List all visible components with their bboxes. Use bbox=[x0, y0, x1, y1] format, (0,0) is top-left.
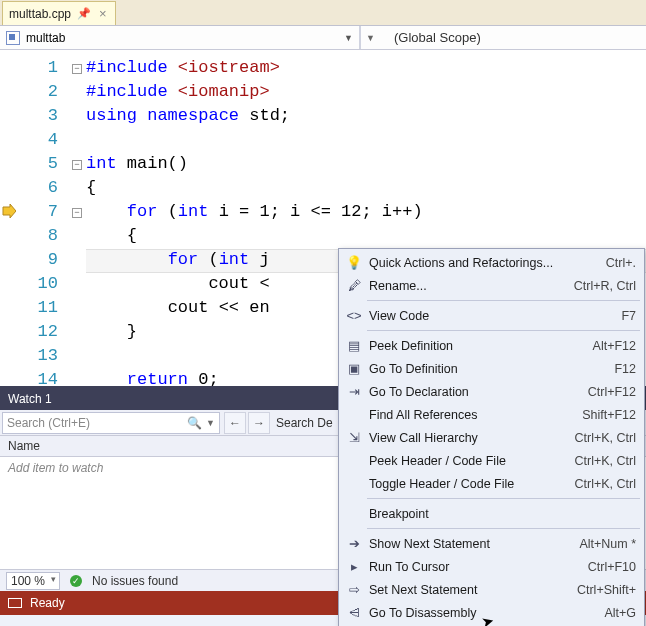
decl-icon: ⇥ bbox=[343, 384, 365, 399]
nav-forward-button[interactable]: → bbox=[248, 412, 270, 434]
menu-item[interactable]: Peek Header / Code FileCtrl+K, Ctrl bbox=[339, 449, 644, 472]
search-input[interactable]: Search (Ctrl+E) 🔍 ▼ bbox=[2, 412, 220, 434]
menu-item[interactable]: ➔Show Next StatementAlt+Num * bbox=[339, 532, 644, 555]
watch-empty-text: Add item to watch bbox=[8, 461, 103, 475]
menu-item-shortcut: Alt+Num * bbox=[579, 537, 636, 551]
menu-item-label: Run To Cursor bbox=[365, 560, 588, 574]
status-ok-icon: ✓ bbox=[70, 575, 82, 587]
menu-item-label: Set Next Statement bbox=[365, 583, 577, 597]
menu-separator bbox=[367, 498, 640, 499]
menu-item[interactable]: Find All ReferencesShift+F12 bbox=[339, 403, 644, 426]
dis-icon: ⩤ bbox=[343, 605, 365, 620]
menu-item[interactable]: ⇲View Call HierarchyCtrl+K, Ctrl bbox=[339, 426, 644, 449]
close-icon[interactable]: × bbox=[97, 6, 109, 21]
line-number-gutter: 1234567891011121314 bbox=[22, 50, 68, 386]
menu-item-label: Go To Declaration bbox=[365, 385, 588, 399]
menu-item-label: Peek Header / Code File bbox=[365, 454, 575, 468]
tab-filename: multtab.cpp bbox=[9, 7, 71, 21]
code-editor[interactable]: 1234567891011121314 − − − #include <iost… bbox=[0, 50, 646, 386]
menu-item-label: Breakpoint bbox=[365, 507, 636, 521]
chevron-down-icon[interactable]: ▼ bbox=[206, 418, 215, 428]
next-icon: ➔ bbox=[343, 536, 365, 551]
menu-item-label: Show Next Statement bbox=[365, 537, 579, 551]
run-icon: ▸ bbox=[343, 559, 365, 574]
search-icon[interactable]: 🔍 bbox=[187, 416, 202, 430]
scope-label[interactable]: (Global Scope) bbox=[380, 30, 481, 45]
menu-separator bbox=[367, 528, 640, 529]
menu-item-shortcut: Shift+F12 bbox=[582, 408, 636, 422]
menu-item-label: Find All References bbox=[365, 408, 582, 422]
module-dropdown[interactable]: multtab ▼ bbox=[0, 26, 360, 49]
nav-back-button[interactable]: ← bbox=[224, 412, 246, 434]
menu-item-shortcut: Ctrl+F12 bbox=[588, 385, 636, 399]
menu-item[interactable]: ▸Run To CursorCtrl+F10 bbox=[339, 555, 644, 578]
zoom-dropdown[interactable]: 100 % bbox=[6, 572, 60, 590]
code-lines[interactable]: #include <iostream>#include <iomanip>usi… bbox=[86, 50, 646, 386]
window-icon bbox=[8, 598, 22, 608]
module-name: multtab bbox=[26, 31, 65, 45]
search-placeholder: Search (Ctrl+E) bbox=[7, 416, 90, 430]
issues-label: No issues found bbox=[92, 574, 178, 588]
search-depth-label: Search De bbox=[276, 416, 333, 430]
menu-item-label: Toggle Header / Code File bbox=[365, 477, 575, 491]
hier-icon: ⇲ bbox=[343, 430, 365, 445]
menu-item[interactable]: Toggle Header / Code FileCtrl+K, Ctrl bbox=[339, 472, 644, 495]
chevron-down-icon[interactable]: ▼ bbox=[360, 26, 380, 49]
file-tab[interactable]: multtab.cpp 📌 × bbox=[2, 1, 116, 25]
execution-pointer-icon bbox=[2, 204, 16, 218]
menu-item-shortcut: Ctrl+F10 bbox=[588, 560, 636, 574]
menu-item-shortcut: Alt+G bbox=[604, 606, 636, 620]
chevron-down-icon: ▼ bbox=[344, 33, 353, 43]
pin-icon[interactable]: 📌 bbox=[77, 7, 91, 20]
ready-label: Ready bbox=[30, 596, 65, 610]
menu-item-shortcut: Ctrl+K, Ctrl bbox=[575, 477, 636, 491]
menu-item[interactable]: ⇨Set Next StatementCtrl+Shift+ bbox=[339, 578, 644, 601]
menu-item-label: View Call Hierarchy bbox=[365, 431, 575, 445]
menu-item-shortcut: Ctrl+K, Ctrl bbox=[575, 431, 636, 445]
scope-bar: multtab ▼ ▼ (Global Scope) bbox=[0, 26, 646, 50]
module-icon bbox=[6, 31, 20, 45]
fold-gutter[interactable]: − − − bbox=[68, 50, 86, 386]
menu-item-shortcut: Ctrl+Shift+ bbox=[577, 583, 636, 597]
set-icon: ⇨ bbox=[343, 582, 365, 597]
menu-item-shortcut: Ctrl+K, Ctrl bbox=[575, 454, 636, 468]
gutter[interactable] bbox=[0, 50, 22, 386]
tab-bar: multtab.cpp 📌 × bbox=[0, 0, 646, 26]
menu-item[interactable]: Breakpoint bbox=[339, 502, 644, 525]
